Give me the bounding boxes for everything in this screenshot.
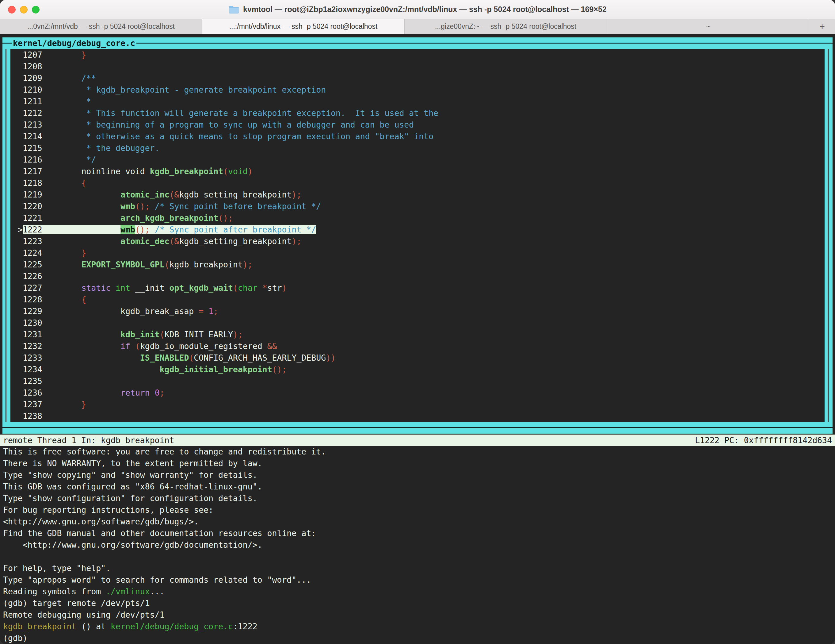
terminal-screen[interactable]: kernel/debug/debug_core.c 1207 } 1208 12… <box>0 34 835 644</box>
source-line: 1211 * <box>2 96 833 107</box>
status-right: L1222 PC: 0xffffffff8142d634 <box>695 434 832 446</box>
source-line-text: 1224 } <box>10 247 825 259</box>
frame-vline-left <box>2 154 10 166</box>
titlebar: kvmtool — root@iZbp1a2ioxwnzygize00vnZ:/… <box>0 0 835 19</box>
frame-vline-right <box>825 317 833 329</box>
frame-vline-right <box>825 398 833 410</box>
source-line-text: >1222 wmb(); /* Sync point after breakpo… <box>10 224 825 236</box>
frame-vline-left <box>2 189 10 200</box>
frame-vline-left <box>2 364 10 376</box>
source-line-text: 1209 /** <box>10 72 825 84</box>
frame-vline-left <box>2 294 10 306</box>
console-line: There is NO WARRANTY, to the extent perm… <box>0 457 835 469</box>
frame-vline-left <box>2 131 10 142</box>
source-line: 1213 * beginning of a program to sync up… <box>2 119 833 131</box>
frame-vline-right <box>825 166 833 177</box>
console-line: Reading symbols from ./vmlinux... <box>0 586 835 597</box>
frame-vline-right <box>825 96 833 107</box>
tab-bar: ...0vnZ:/mnt/vdb — ssh -p 5024 root@loca… <box>0 19 835 34</box>
tab-4[interactable]: ~ <box>607 19 809 34</box>
gdb-status-bar: remote Thread 1 In: kgdb_breakpoint L122… <box>0 434 835 446</box>
source-line: 1233 IS_ENABLED(CONFIG_ARCH_HAS_EARLY_DE… <box>2 352 833 364</box>
source-line-text: 1220 wmb(); /* Sync point before breakpo… <box>10 200 825 212</box>
new-tab-button[interactable]: + <box>809 19 835 34</box>
status-left: remote Thread 1 In: kgdb_breakpoint <box>3 434 174 446</box>
console-line: Find the GDB manual and other documentat… <box>0 527 835 539</box>
frame-vline-right <box>825 72 833 84</box>
close-button[interactable] <box>8 6 16 13</box>
frame-vline-right <box>825 340 833 352</box>
tab-3[interactable]: ...gize00vnZ:~ — ssh -p 5024 root@localh… <box>405 19 607 34</box>
tab-2[interactable]: ...:/mnt/vdb/linux — ssh -p 5024 root@lo… <box>202 19 405 34</box>
source-line-text: 1234 kgdb_initial_breakpoint(); <box>10 364 825 376</box>
zoom-button[interactable] <box>32 6 39 13</box>
source-line-text: 1212 * This function will generate a bre… <box>10 107 825 119</box>
current-line-highlight: 1222 wmb(); /* Sync point after breakpoi… <box>23 225 316 234</box>
source-window-top-border: kernel/debug/debug_core.c <box>2 37 833 49</box>
frame-vline-left <box>2 212 10 224</box>
console-line <box>0 551 835 563</box>
source-line: 1229 kgdb_break_asap = 1; <box>2 306 833 317</box>
source-line: 1215 * the debugger. <box>2 142 833 154</box>
frame-vline-left <box>2 282 10 294</box>
source-line-text: 1215 * the debugger. <box>10 142 825 154</box>
terminal-window: kvmtool — root@iZbp1a2ioxwnzygize00vnZ:/… <box>0 0 835 644</box>
source-line: 1231 kdb_init(KDB_INIT_EARLY); <box>2 329 833 340</box>
frame-vline-left <box>2 166 10 177</box>
frame-vline-right <box>825 212 833 224</box>
source-line: 1220 wmb(); /* Sync point before breakpo… <box>2 200 833 212</box>
console-line: <http://www.gnu.org/software/gdb/bugs/>. <box>0 516 835 527</box>
source-line-text: 1216 */ <box>10 154 825 166</box>
frame-vline-right <box>825 107 833 119</box>
source-line-text: 1236 return 0; <box>10 387 825 398</box>
source-line-text: 1211 * <box>10 96 825 107</box>
frame-vline-right <box>825 364 833 376</box>
frame-vline-left <box>2 236 10 247</box>
frame-vline-left <box>2 317 10 329</box>
gdb-console[interactable]: This is free software: you are free to c… <box>0 446 835 644</box>
source-window: 1207 } 1208 1209 /** 1210 * kgdb_breakpo… <box>0 49 835 422</box>
source-line: 1207 } <box>2 49 833 61</box>
source-line-text: 1227 static int __init opt_kgdb_wait(cha… <box>10 282 825 294</box>
source-line-text: 1218 { <box>10 177 825 189</box>
console-line: For help, type "help". <box>0 563 835 574</box>
source-line-text: 1237 } <box>10 398 825 410</box>
minimize-button[interactable] <box>20 6 28 13</box>
frame-vline-right <box>825 247 833 259</box>
frame-vline-right <box>825 376 833 387</box>
frame-vline-left <box>2 96 10 107</box>
frame-vline-left <box>2 376 10 387</box>
source-file-title: kernel/debug/debug_core.c <box>11 37 136 49</box>
source-line-text: 1230 <box>10 317 825 329</box>
source-line: 1212 * This function will generate a bre… <box>2 107 833 119</box>
console-line: This GDB was configured as "x86_64-redha… <box>0 481 835 493</box>
source-line: 1209 /** <box>2 72 833 84</box>
source-line-text: 1221 arch_kgdb_breakpoint(); <box>10 212 825 224</box>
source-line: 1217 noinline void kgdb_breakpoint(void) <box>2 166 833 177</box>
frame-vline-right <box>825 329 833 340</box>
frame-vline-right <box>825 352 833 364</box>
frame-vline-right <box>825 119 833 131</box>
frame-vline-left <box>2 224 10 236</box>
folder-proxy-icon <box>228 5 239 14</box>
source-line: 1228 { <box>2 294 833 306</box>
console-line: For bug reporting instructions, please s… <box>0 504 835 516</box>
frame-vline-left <box>2 72 10 84</box>
tab-1[interactable]: ...0vnZ:/mnt/vdb — ssh -p 5024 root@loca… <box>0 19 202 34</box>
source-line: 1235 <box>2 376 833 387</box>
frame-vline-left <box>2 177 10 189</box>
source-line: 1208 <box>2 61 833 72</box>
frame-vline-right <box>825 236 833 247</box>
source-line: 1226 <box>2 270 833 282</box>
console-line: (gdb) <box>0 633 835 644</box>
source-line: 1230 <box>2 317 833 329</box>
source-line: 1223 atomic_dec(&kgdb_setting_breakpoint… <box>2 236 833 247</box>
source-line: 1221 arch_kgdb_breakpoint(); <box>2 212 833 224</box>
frame-vline-right <box>825 200 833 212</box>
source-line: 1214 * otherwise as a quick means to sto… <box>2 131 833 142</box>
traffic-lights <box>8 0 39 19</box>
frame-vline-left <box>2 387 10 398</box>
source-line: 1219 atomic_inc(&kgdb_setting_breakpoint… <box>2 189 833 200</box>
frame-vline-right <box>825 259 833 270</box>
frame-vline-left <box>2 306 10 317</box>
